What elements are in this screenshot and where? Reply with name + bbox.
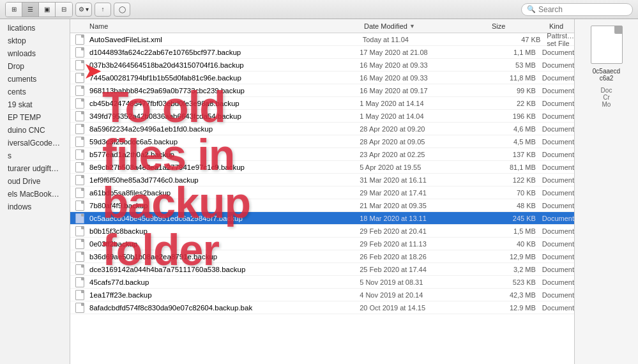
file-date: 29 Mar 2020 at 17.41 xyxy=(360,189,485,197)
sidebar-item-downloads[interactable]: wnloads xyxy=(0,47,70,60)
file-name: b0b15f3c8backup xyxy=(89,227,360,235)
table-row[interactable]: 968113babbb84c29a69a0b7733cbc239.backup1… xyxy=(70,84,574,97)
table-row[interactable]: 037b3b2464564518ba20d43150704f16.backup1… xyxy=(70,59,574,72)
file-name: cb45b4247485477fbf03ebd0fe3e98a8.backup xyxy=(89,100,360,107)
search-icon: 🔍 xyxy=(527,5,536,13)
file-date: 16 May 2020 at 09.33 xyxy=(360,61,485,69)
preview-meta: Doc Cr Mo xyxy=(601,87,612,108)
column-name-header[interactable]: Name xyxy=(70,22,364,30)
file-icon xyxy=(70,86,89,96)
gallery-view-button[interactable]: ⊟ xyxy=(56,3,72,17)
file-date: 1 May 2020 at 14.04 xyxy=(360,112,485,120)
file-size: 11,8 MB xyxy=(485,74,542,82)
preview-filename: 0c5aaecd c6a2 xyxy=(593,68,620,82)
sidebar-item-arduino-cnc[interactable]: duino CNC xyxy=(0,124,70,137)
table-row[interactable]: 8a596f2234a2c9496a1eb1fd0.backup28 Apr 2… xyxy=(70,123,574,135)
table-row[interactable]: 59d3c3f25odoc6a5.backup28 Apr 2020 at 09… xyxy=(70,135,574,148)
list-view-button[interactable]: ☰ xyxy=(22,3,39,17)
table-row[interactable]: dce3169142a044h4ba7a75111760a538.backup2… xyxy=(70,263,574,276)
table-row[interactable]: 7b80af4f9.backup21 Mar 2020 at 09.3548 K… xyxy=(70,199,574,212)
action-button[interactable]: ↑ xyxy=(95,3,111,17)
table-row[interactable]: 1ea17ff23e.backup4 Nov 2019 at 20.1442,3… xyxy=(70,289,574,301)
file-date: 16 May 2020 at 09.33 xyxy=(360,74,485,82)
column-kind-header[interactable]: Kind xyxy=(549,22,574,30)
file-list: AutoSavedFileList.xmlToday at 11.0447 KB… xyxy=(70,33,574,364)
preview-filename-line1: 0c5aaecd xyxy=(593,68,620,75)
file-name: d1044893fa624c22ab67e10765bcf977.backup xyxy=(89,49,360,56)
arrange-button[interactable]: ⚙ ▾ xyxy=(75,3,92,17)
file-kind: Document xyxy=(542,49,574,56)
table-row[interactable]: b36d69ae50b1b08ae2ea8791e.backup26 Feb 2… xyxy=(70,250,574,263)
file-date: 29 Feb 2020 at 20.41 xyxy=(360,227,485,235)
icon-view-button[interactable]: ⊞ xyxy=(6,3,22,17)
table-row[interactable]: 0c5aaecd04be45d9b951edc6a29845f7.backup1… xyxy=(70,212,574,225)
file-icon xyxy=(70,60,89,70)
table-row[interactable]: 349fd795352a42b0836aab6643fcda54.backup1… xyxy=(70,110,574,123)
file-icon xyxy=(70,124,89,134)
search-box[interactable]: 🔍 xyxy=(521,3,633,16)
table-row[interactable]: cb45b4247485477fbf03ebd0fe3e98a8.backup1… xyxy=(70,97,574,110)
file-date: 5 Apr 2020 at 19.55 xyxy=(360,163,485,171)
file-size: 137 KB xyxy=(485,151,542,158)
file-size: 53 MB xyxy=(485,61,542,69)
table-row[interactable]: 8afadcbdfd574f8c830da90e07c82604.backup.… xyxy=(70,301,574,314)
file-size: 196 KB xyxy=(485,112,542,120)
sidebar-item-19skat[interactable]: 19 skat xyxy=(0,98,70,111)
table-row[interactable]: d1044893fa624c22ab67e10765bcf977.backup1… xyxy=(70,46,574,59)
preview-filename-line2: c6a2 xyxy=(600,75,614,82)
file-date: 29 Feb 2020 at 11.13 xyxy=(360,240,485,248)
file-kind: Document xyxy=(542,215,574,222)
file-name: AutoSavedFileList.xml xyxy=(89,36,363,43)
file-name: 0e03ff2backup xyxy=(89,240,360,248)
file-size: 523 KB xyxy=(485,278,542,286)
file-kind: Document xyxy=(542,87,574,95)
share-button[interactable]: ◯ xyxy=(114,3,130,17)
file-name: 59d3c3f25odoc6a5.backup xyxy=(89,138,360,146)
table-row[interactable]: a61bdb5sa8files2backup29 Mar 2020 at 17.… xyxy=(70,186,574,199)
file-name: 968113babbb84c29a69a0b7733cbc239.backup xyxy=(89,87,360,95)
file-name: 037b3b2464564518ba20d43150704f16.backup xyxy=(89,61,360,69)
column-headers: Name Date Modified ▼ Size Kind xyxy=(70,19,574,33)
file-size: 1,5 MB xyxy=(485,227,542,235)
sidebar-item-drop[interactable]: Drop xyxy=(0,60,70,73)
file-kind: Document xyxy=(542,74,574,82)
table-row[interactable]: 7445a00281794bf1b1b55d0fab81c96e.backup1… xyxy=(70,72,574,84)
sidebar-item-macbook[interactable]: els MacBook… xyxy=(0,188,70,201)
table-row[interactable]: 8e9cb27b508a4e3ea1a277941e97c1c9.backup5… xyxy=(70,161,574,174)
file-size: 40 KB xyxy=(485,240,542,248)
column-size-header[interactable]: Size xyxy=(492,22,549,30)
file-kind: Document xyxy=(542,112,574,120)
table-row[interactable]: b577ead1a2th0a2.backup23 Apr 2020 at 02.… xyxy=(70,148,574,161)
sidebar-item-windows[interactable]: indows xyxy=(0,201,70,213)
file-name: b577ead1a2th0a2.backup xyxy=(89,151,360,158)
table-row[interactable]: 45cafs77d.backup5 Nov 2019 at 08.31523 K… xyxy=(70,276,574,289)
sidebar-item-desktop[interactable]: sktop xyxy=(0,34,70,47)
file-size: 47 KB xyxy=(490,36,547,43)
file-icon xyxy=(70,188,89,198)
table-row[interactable]: 1ef9f6f50he85a3d7746c0.backup31 Mar 2020… xyxy=(70,174,574,186)
sidebar-item-recents[interactable]: cents xyxy=(0,86,70,98)
sidebar-item-cloud-drive[interactable]: oud Drive xyxy=(0,175,70,188)
column-view-button[interactable]: ▣ xyxy=(39,3,56,17)
sidebar-item-applications[interactable]: lications xyxy=(0,22,70,34)
file-date: 25 Feb 2020 at 17.44 xyxy=(360,266,485,273)
file-kind: Document xyxy=(542,291,574,299)
table-row[interactable]: b0b15f3c8backup29 Feb 2020 at 20.411,5 M… xyxy=(70,225,574,238)
file-name: dce3169142a044h4ba7a75111760a538.backup xyxy=(89,266,360,273)
sidebar-item-ep-temp[interactable]: EP TEMP xyxy=(0,111,70,124)
file-kind: Document xyxy=(542,240,574,248)
table-row[interactable]: 0e03ff2backup29 Feb 2020 at 11.1340 KBDo… xyxy=(70,238,574,250)
file-date: 18 Mar 2020 at 13.11 xyxy=(360,215,485,222)
sidebar-item-turarer[interactable]: turarer udgift… xyxy=(0,162,70,175)
table-row[interactable]: AutoSavedFileList.xmlToday at 11.0447 KB… xyxy=(70,33,574,46)
file-size: 4,5 MB xyxy=(485,138,542,146)
file-icon xyxy=(70,277,89,287)
file-kind: Document xyxy=(542,304,574,312)
file-date: 4 Nov 2019 at 20.14 xyxy=(360,291,485,299)
search-input[interactable] xyxy=(538,5,627,14)
sort-arrow-icon: ▼ xyxy=(409,23,415,29)
column-date-header[interactable]: Date Modified ▼ xyxy=(364,22,492,30)
sidebar-item-documents[interactable]: cuments xyxy=(0,73,70,86)
sidebar-item-universalgcode[interactable]: iversalGcode… xyxy=(0,137,70,149)
sidebar-item-s[interactable]: s xyxy=(0,149,70,162)
